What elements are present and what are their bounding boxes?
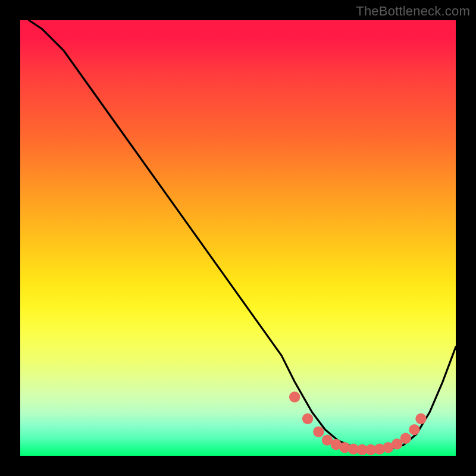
- highlighted-points-group: [289, 392, 427, 455]
- highlighted-point: [400, 433, 411, 444]
- bottleneck-curve-line: [29, 20, 456, 450]
- chart-frame: TheBottleneck.com: [0, 0, 476, 476]
- highlighted-point: [409, 424, 419, 435]
- highlighted-point: [289, 392, 300, 402]
- highlighted-point: [415, 414, 426, 424]
- highlighted-point: [302, 414, 313, 424]
- highlighted-point: [313, 427, 324, 437]
- plot-area: [20, 20, 456, 456]
- watermark-text: TheBottleneck.com: [356, 4, 470, 19]
- chart-svg: [20, 20, 456, 456]
